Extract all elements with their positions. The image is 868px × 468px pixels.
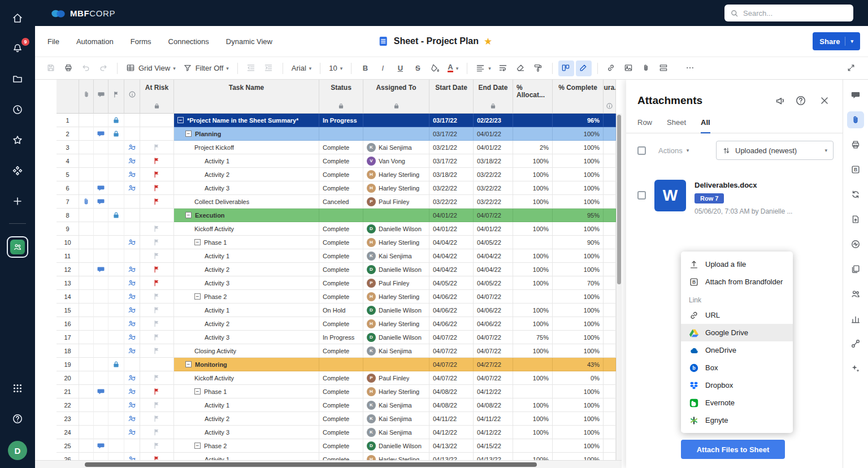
cell-assigned-to[interactable] [363, 127, 429, 141]
sort-dropdown[interactable]: Uploaded (newest) ▾ [716, 141, 834, 160]
tab-row[interactable]: Row [637, 118, 652, 133]
bold-button[interactable]: B [357, 60, 373, 76]
cell-duration[interactable] [604, 439, 616, 453]
select-all-checkbox[interactable] [637, 146, 646, 155]
cell-complete[interactable]: 100% [553, 181, 604, 195]
cell-duration[interactable] [604, 181, 616, 195]
cell-task-name[interactable]: Kickoff Activity [174, 222, 319, 236]
at-risk-flag-icon[interactable] [153, 292, 161, 301]
comment-icon[interactable] [97, 129, 105, 138]
cell-assigned-to[interactable]: DDanielle Wilson [363, 439, 429, 453]
cell-start-date[interactable]: 04/01/22 [429, 209, 474, 222]
cell-complete[interactable]: 100% [553, 439, 604, 453]
comment-icon[interactable] [97, 265, 105, 274]
at-risk-flag-icon[interactable] [153, 265, 161, 274]
cell-complete[interactable]: 43% [553, 358, 604, 371]
cell-start-date[interactable]: 03/22/22 [429, 195, 474, 209]
panel-rail-conversations-button[interactable] [847, 86, 864, 103]
cell-end-date[interactable]: 03/22/22 [474, 168, 513, 181]
cell-start-date[interactable]: 04/07/22 [429, 358, 474, 371]
cell-task-name[interactable]: Activity 3 [174, 181, 319, 195]
cell-at-risk[interactable] [140, 426, 174, 439]
update-request-icon[interactable] [128, 184, 136, 192]
row-number[interactable]: 12 [57, 263, 79, 276]
grid-row[interactable]: 4Activity 1CompleteVVan Vong03/17/2203/1… [35, 154, 616, 168]
row-number[interactable]: 14 [57, 290, 79, 304]
at-risk-flag-icon[interactable] [153, 401, 161, 409]
cell-complete[interactable]: 100% [553, 222, 604, 236]
cell-end-date[interactable]: 04/01/22 [474, 222, 513, 236]
cell-duration[interactable] [604, 344, 616, 358]
cell-assigned-to[interactable]: KKai Senjima [363, 398, 429, 412]
cell-end-date[interactable]: 04/01/22 [474, 141, 513, 154]
sidebar-favorites-button[interactable] [9, 132, 26, 149]
cell-at-risk[interactable] [140, 154, 174, 168]
at-risk-flag-icon[interactable] [153, 184, 161, 192]
cell-allocation[interactable] [513, 236, 553, 249]
cell-allocation[interactable]: 100% [513, 263, 553, 276]
fill-color-button[interactable] [427, 60, 443, 76]
cell-allocation[interactable]: 2% [513, 141, 553, 154]
cell-start-date[interactable]: 04/08/22 [429, 385, 474, 398]
sidebar-notifications-button[interactable]: 9 [9, 40, 26, 57]
attach-files-button[interactable]: Attach Files to Sheet [681, 440, 785, 459]
cell-complete[interactable]: 100% [553, 385, 604, 398]
grid-row[interactable]: 2−Planning03/17/2204/01/22100% [35, 127, 616, 141]
cell-start-date[interactable]: 03/17/22 [429, 154, 474, 168]
panel-rail-publish-button[interactable] [847, 211, 864, 228]
cell-at-risk[interactable] [140, 317, 174, 331]
cell-complete[interactable]: 100% [553, 331, 604, 344]
cell-end-date[interactable]: 03/18/22 [474, 154, 513, 168]
cell-duration[interactable] [604, 114, 616, 127]
collapse-toggle[interactable]: − [194, 239, 201, 245]
format-painter-button[interactable] [531, 60, 546, 76]
cell-complete[interactable]: 90% [553, 236, 604, 249]
cell-duration[interactable] [604, 317, 616, 331]
cell-allocation[interactable]: 100% [513, 181, 553, 195]
cell-end-date[interactable]: 04/01/22 [474, 127, 513, 141]
at-risk-flag-icon[interactable] [153, 414, 161, 423]
cell-complete[interactable]: 96% [553, 114, 604, 127]
cell-allocation[interactable]: 75% [513, 331, 553, 344]
cell-end-date[interactable]: 04/12/22 [474, 426, 513, 439]
cell-allocation[interactable] [513, 385, 553, 398]
grid-row[interactable]: 22Activity 1CompleteKKai Senjima04/08/22… [35, 398, 616, 412]
cell-task-name[interactable]: Activity 3 [174, 331, 319, 344]
cell-status[interactable]: Complete [319, 317, 363, 331]
grid-row[interactable]: 5Activity 2CompleteHHarley Sterling03/18… [35, 168, 616, 181]
grid-row[interactable]: 9Kickoff ActivityCompleteDDanielle Wilso… [35, 222, 616, 236]
cell-duration[interactable] [604, 263, 616, 276]
cell-end-date[interactable]: 04/06/22 [474, 317, 513, 331]
at-risk-flag-icon[interactable] [153, 279, 161, 287]
vertical-scrollbar-thumb[interactable] [617, 115, 621, 284]
cell-task-name[interactable]: Closing Activity [174, 344, 319, 358]
tab-all[interactable]: All [701, 118, 710, 133]
cell-start-date[interactable]: 04/07/22 [429, 331, 474, 344]
row-number[interactable]: 24 [57, 426, 79, 439]
wrap-text-button[interactable] [496, 60, 511, 76]
menu-item-google-drive[interactable]: Google Drive [681, 324, 793, 341]
menu-file[interactable]: File [47, 37, 59, 46]
cell-status[interactable]: Complete [319, 371, 363, 385]
row-reference-badge[interactable]: Row 7 [695, 193, 724, 203]
collapse-toggle[interactable]: − [185, 131, 192, 137]
update-request-icon[interactable] [128, 319, 136, 328]
freeze-panes-button[interactable] [558, 60, 574, 76]
comment-icon[interactable] [97, 197, 105, 206]
cell-allocation[interactable]: 100% [513, 249, 553, 263]
cell-allocation[interactable] [513, 114, 553, 127]
full-screen-button[interactable] [843, 60, 859, 76]
at-risk-flag-icon[interactable] [153, 170, 161, 179]
cell-assigned-to[interactable]: DDanielle Wilson [363, 222, 429, 236]
row-number[interactable]: 25 [57, 439, 79, 453]
cell-status[interactable]: Complete [319, 141, 363, 154]
user-avatar[interactable]: D [8, 441, 27, 460]
attach-file-button[interactable] [639, 60, 654, 76]
font-size-selector-button[interactable]: 10▾ [326, 60, 345, 76]
cell-end-date[interactable]: 04/04/22 [474, 249, 513, 263]
attachment-list-item[interactable]: W Deliverables.docx Row 7 05/06/20, 7:03… [626, 167, 843, 215]
cell-status[interactable]: Complete [319, 426, 363, 439]
cell-status[interactable]: Complete [319, 222, 363, 236]
update-request-icon[interactable] [128, 170, 136, 179]
comment-column-header[interactable] [94, 80, 108, 114]
